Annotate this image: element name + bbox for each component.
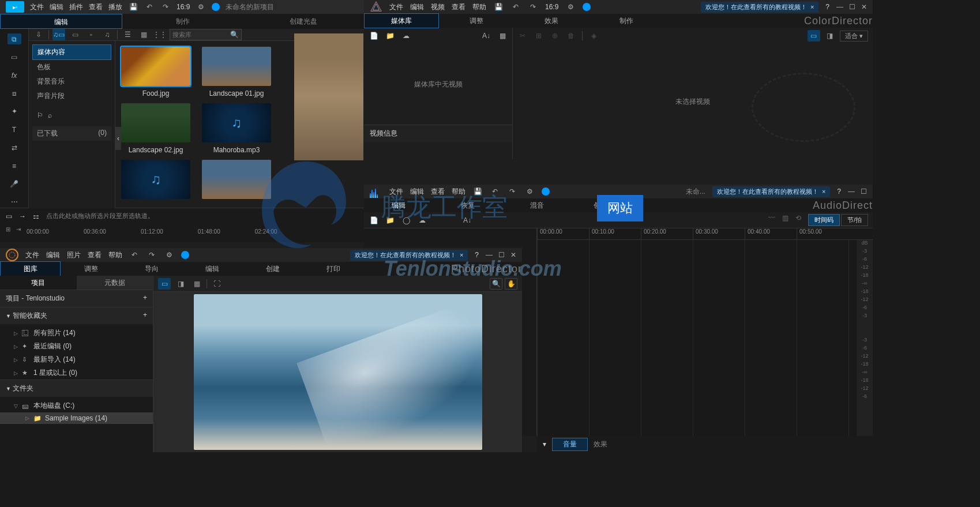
menu-view[interactable]: 查看 bbox=[89, 2, 103, 12]
maximize-icon[interactable]: ☐ bbox=[861, 187, 867, 196]
menu-view[interactable]: 查看 bbox=[452, 2, 465, 12]
tab-adjust[interactable]: 调整 bbox=[61, 262, 121, 276]
aspect-ratio[interactable]: 16:9 bbox=[177, 3, 190, 11]
account-icon[interactable] bbox=[212, 3, 220, 11]
transition-room-icon[interactable]: ⇄ bbox=[7, 142, 21, 153]
tutorial-banner[interactable]: 欢迎您！在此查看所有的教程视频！ × bbox=[701, 2, 818, 13]
phd-viewport[interactable] bbox=[153, 292, 522, 452]
view-single-icon[interactable]: ▭ bbox=[808, 30, 820, 42]
filter-video-icon[interactable]: ▭ bbox=[69, 29, 81, 40]
menu-video[interactable]: 视频 bbox=[431, 2, 445, 12]
media-item[interactable]: Mahoroba.mp3 bbox=[202, 103, 271, 154]
save-icon[interactable]: 💾 bbox=[472, 186, 483, 197]
search-box[interactable]: 🔍 bbox=[170, 29, 242, 40]
menu-edit[interactable]: 编辑 bbox=[50, 2, 63, 12]
media-item[interactable]: Food.jpg bbox=[121, 47, 190, 97]
save-icon[interactable]: 💾 bbox=[128, 2, 138, 12]
media-item[interactable]: Landscape 02.jpg bbox=[121, 103, 190, 154]
fit-dropdown[interactable]: 适合 ▾ bbox=[840, 31, 868, 42]
tree-recent-edit[interactable]: ▷✦最近编辑 (0) bbox=[0, 340, 153, 353]
import-file-icon[interactable]: 📄 bbox=[369, 31, 379, 41]
maximize-icon[interactable]: ☐ bbox=[849, 3, 855, 11]
tab-create-disc[interactable]: 创建光盘 bbox=[243, 14, 364, 29]
volume-button[interactable]: 音量 bbox=[552, 438, 588, 451]
menu-file[interactable]: 文件 bbox=[389, 187, 403, 197]
nav-media-content[interactable]: 媒体内容 bbox=[32, 44, 111, 60]
undo-icon[interactable]: ↶ bbox=[490, 186, 500, 197]
menu-view[interactable]: 查看 bbox=[88, 250, 102, 260]
tab-adjust[interactable]: 调整 bbox=[439, 14, 514, 28]
nav-downloaded[interactable]: 已下载 (0) bbox=[32, 126, 111, 141]
cut-icon[interactable]: ✂ bbox=[517, 31, 528, 41]
thumb-audio[interactable] bbox=[202, 103, 271, 142]
loop-icon[interactable]: ⟲ bbox=[795, 214, 801, 226]
smart-collections-header[interactable]: ▼ 智能收藏夹 + bbox=[0, 307, 153, 324]
media-item[interactable] bbox=[121, 160, 190, 202]
close-icon[interactable]: ✕ bbox=[861, 3, 867, 11]
import-folder-icon[interactable]: 📁 bbox=[385, 31, 395, 41]
settings-icon[interactable]: ⚙ bbox=[164, 250, 174, 260]
grid-view-icon[interactable]: ▦ bbox=[137, 29, 150, 40]
filter-icon[interactable]: ⌕ bbox=[48, 111, 52, 119]
menu-help[interactable]: 帮助 bbox=[472, 2, 486, 12]
tree-sample-images[interactable]: ▷📁Sample Images (14) bbox=[0, 412, 153, 424]
tab-media[interactable]: 媒体库 bbox=[364, 13, 439, 28]
minimize-icon[interactable]: — bbox=[848, 187, 855, 196]
nav-sound-clips[interactable]: 声音片段 bbox=[32, 89, 111, 103]
effects-label[interactable]: 效果 bbox=[594, 440, 607, 449]
tree-all-photos[interactable]: ▷⿺所有照片 (14) bbox=[0, 326, 153, 340]
close-icon[interactable]: × bbox=[822, 188, 825, 195]
menu-edit[interactable]: 编辑 bbox=[46, 250, 60, 260]
thumb-partial[interactable] bbox=[202, 160, 271, 199]
folders-header[interactable]: ▼ 文件夹 bbox=[0, 380, 153, 397]
merge-icon[interactable]: ⊕ bbox=[550, 31, 560, 41]
marker-icon[interactable]: ⊞ bbox=[6, 226, 10, 232]
subtab-metadata[interactable]: 元数据 bbox=[77, 276, 153, 290]
search-input[interactable] bbox=[172, 31, 230, 38]
tab-produce[interactable]: 制作 bbox=[589, 14, 664, 28]
aspect-ratio[interactable]: 16:9 bbox=[545, 3, 558, 11]
media-item[interactable] bbox=[202, 160, 271, 202]
menu-help[interactable]: 帮助 bbox=[108, 250, 122, 260]
menu-play[interactable]: 播放 bbox=[108, 2, 122, 12]
ad-ruler[interactable]: 00:00.00 00:10.00 00:20.00 00:30.00 00:4… bbox=[537, 228, 873, 240]
settings-icon[interactable]: ⚙ bbox=[565, 2, 576, 12]
account-icon[interactable] bbox=[542, 187, 550, 196]
thumb-landscape2[interactable] bbox=[121, 103, 190, 142]
tab-edit[interactable]: 编辑 bbox=[364, 198, 433, 212]
chevron-down-icon[interactable]: ▾ bbox=[543, 440, 546, 448]
tree-drive-c[interactable]: ▽🖴本地磁盘 (C:) bbox=[0, 399, 153, 412]
cloud-icon[interactable]: ☁ bbox=[401, 31, 411, 41]
media-room-icon[interactable]: ⧉ bbox=[7, 33, 21, 44]
menu-file[interactable]: 文件 bbox=[25, 250, 39, 260]
tab-edit[interactable]: 编辑 bbox=[182, 262, 242, 276]
close-icon[interactable]: × bbox=[810, 3, 814, 10]
menu-file[interactable]: 文件 bbox=[389, 2, 403, 12]
import-file-icon[interactable]: 📄 bbox=[369, 215, 379, 226]
wave-icon[interactable]: 〰 bbox=[768, 214, 775, 226]
tree-1star[interactable]: ▷★1 星或以上 (0) bbox=[0, 366, 153, 380]
particle-room-icon[interactable]: ✦ bbox=[7, 106, 21, 117]
view-compare-icon[interactable]: ◨ bbox=[824, 30, 836, 42]
fx-room-icon[interactable]: fx bbox=[7, 70, 21, 81]
list-view-icon[interactable]: ☰ bbox=[121, 29, 134, 40]
filter-audio-icon[interactable]: ♫ bbox=[101, 29, 114, 40]
help-icon[interactable]: ? bbox=[837, 187, 841, 196]
collapse-handle[interactable]: ‹ bbox=[115, 127, 121, 150]
undo-icon[interactable]: ↶ bbox=[129, 250, 140, 260]
pip-room-icon[interactable]: ⧈ bbox=[7, 88, 21, 99]
add-icon[interactable]: + bbox=[143, 294, 147, 303]
record-icon[interactable]: ◯ bbox=[401, 215, 411, 226]
compare-view-icon[interactable]: ◨ bbox=[174, 278, 187, 290]
tab-produce[interactable]: 制作 bbox=[122, 14, 243, 29]
title-room-icon[interactable]: T bbox=[7, 124, 21, 135]
tab-create[interactable]: 创建 bbox=[242, 262, 303, 276]
cursor-icon[interactable]: ⇥ bbox=[16, 226, 21, 232]
menu-photo[interactable]: 照片 bbox=[67, 250, 81, 260]
redo-icon[interactable]: ↷ bbox=[528, 2, 538, 12]
import-icon[interactable]: ⇩ bbox=[32, 29, 45, 40]
menu-view[interactable]: 查看 bbox=[431, 187, 445, 197]
toggle-beat[interactable]: 节/拍 bbox=[841, 214, 868, 226]
redo-icon[interactable]: ↷ bbox=[160, 2, 171, 12]
toggle-timecode[interactable]: 时间码 bbox=[808, 214, 840, 226]
